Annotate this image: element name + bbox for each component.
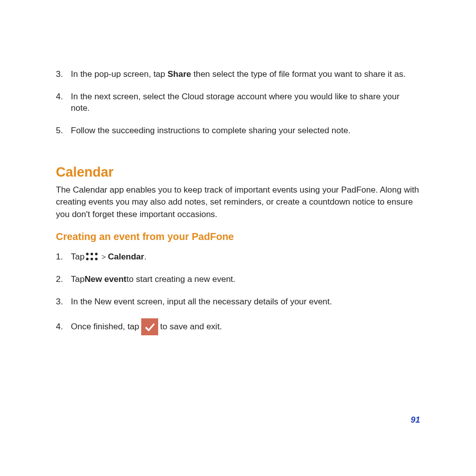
- sharing-steps-continued: 3. In the pop-up screen, tap Share then …: [56, 69, 420, 137]
- calendar-app-label: Calendar: [108, 251, 144, 263]
- svg-point-5: [95, 258, 98, 260]
- list-item: 1. Tap > Calendar.: [56, 251, 420, 263]
- apps-drawer-icon: [85, 252, 98, 261]
- step-text: Follow the succeeding instructions to co…: [71, 125, 420, 137]
- step-number: 4.: [56, 91, 71, 103]
- list-item: 3. In the pop-up screen, tap Share then …: [56, 69, 420, 80]
- step-text: Once finished, tap to save and exit.: [71, 318, 420, 335]
- svg-point-0: [86, 253, 89, 255]
- step-number: 1.: [56, 251, 71, 263]
- document-page: 3. In the pop-up screen, tap Share then …: [0, 0, 476, 376]
- list-item: 4. In the next screen, select the Cloud …: [56, 91, 420, 114]
- svg-point-1: [91, 253, 93, 255]
- svg-point-4: [91, 258, 93, 260]
- list-item: 5. Follow the succeeding instructions to…: [56, 125, 420, 137]
- step-number: 2.: [56, 274, 71, 285]
- checkmark-save-icon: [141, 318, 158, 335]
- list-item: 3. In the New event screen, input all th…: [56, 296, 420, 308]
- step-number: 5.: [56, 125, 71, 137]
- svg-point-3: [86, 258, 89, 260]
- section-heading-calendar: Calendar: [56, 165, 420, 180]
- list-item: 2. Tap New event to start creating a new…: [56, 274, 420, 285]
- step-number: 3.: [56, 296, 71, 308]
- breadcrumb-separator: >: [101, 252, 106, 262]
- step-text: In the New event screen, input all the n…: [71, 296, 420, 308]
- list-item: 4. Once finished, tap to save and exit.: [56, 318, 420, 335]
- page-number: 91: [411, 415, 420, 425]
- section-intro: The Calendar app enables you to keep tra…: [56, 184, 420, 221]
- step-text: In the next screen, select the Cloud sto…: [71, 91, 420, 114]
- step-text: Tap New event to start creating a new ev…: [71, 274, 420, 285]
- subsection-heading-creating-event: Creating an event from your PadFone: [56, 231, 420, 242]
- step-number: 3.: [56, 69, 71, 80]
- step-text: Tap > Calendar.: [71, 251, 420, 263]
- creating-event-steps: 1. Tap > Calendar. 2.: [56, 251, 420, 336]
- step-text: In the pop-up screen, tap Share then sel…: [71, 69, 420, 80]
- step-number: 4.: [56, 321, 71, 333]
- svg-point-2: [95, 253, 98, 255]
